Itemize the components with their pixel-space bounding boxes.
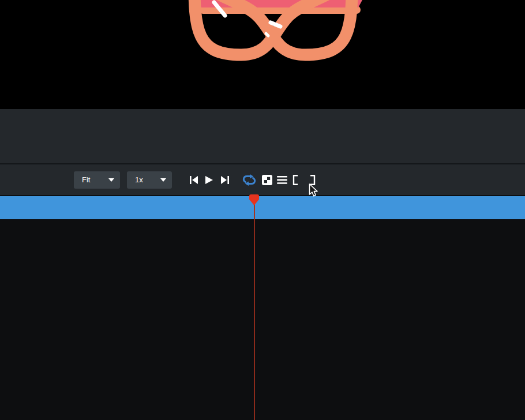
loop-button[interactable] — [242, 174, 256, 186]
checkerboard-icon — [262, 175, 272, 185]
skip-to-end-icon — [220, 175, 230, 185]
zoom-fit-value: Fit — [82, 175, 90, 184]
play-button[interactable] — [204, 175, 213, 185]
play-icon — [204, 175, 213, 185]
mark-out-button[interactable] — [310, 175, 316, 185]
loop-icon — [242, 174, 256, 186]
left-bracket-icon — [292, 175, 298, 185]
chevron-down-icon — [108, 178, 114, 182]
last-frame-button[interactable] — [220, 175, 230, 185]
speed-value: 1x — [135, 175, 143, 184]
knot-animation-graphic — [0, 0, 525, 109]
animation-canvas — [0, 0, 525, 109]
background-toggle-button[interactable] — [262, 175, 272, 185]
player-toolbar: Fit 1x — [0, 164, 525, 195]
zoom-fit-select[interactable]: Fit — [74, 171, 120, 189]
seekbar[interactable] — [0, 196, 525, 219]
player-panel — [0, 109, 525, 163]
mark-in-button[interactable] — [292, 175, 298, 185]
player-window: Fit 1x — [0, 0, 525, 420]
timeline-area — [0, 219, 525, 420]
right-bracket-icon — [310, 175, 316, 185]
playhead-line — [254, 204, 255, 420]
horizontal-lines-icon — [277, 176, 287, 184]
skip-to-start-icon — [189, 175, 198, 185]
chevron-down-icon — [160, 178, 166, 182]
playhead-marker[interactable] — [249, 194, 259, 206]
first-frame-button[interactable] — [189, 175, 198, 185]
frames-list-button[interactable] — [277, 176, 287, 184]
speed-select[interactable]: 1x — [127, 171, 172, 189]
